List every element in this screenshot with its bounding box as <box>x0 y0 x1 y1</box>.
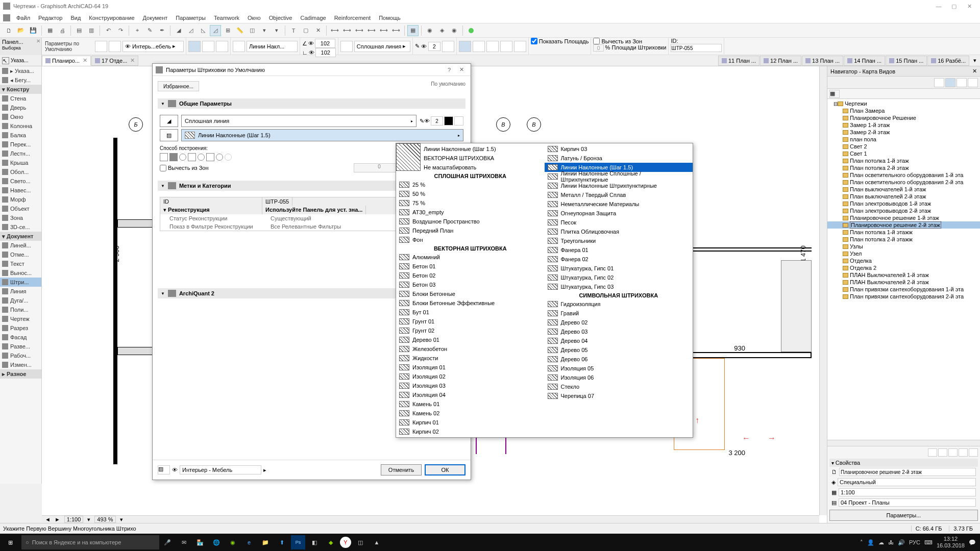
open-icon[interactable]: 📂 <box>15 25 27 36</box>
method-3[interactable] <box>179 154 186 161</box>
dd-item[interactable]: Передний План <box>396 226 545 235</box>
hatch-swatch[interactable]: ▨ <box>160 129 178 141</box>
dd-item[interactable]: Гравий <box>545 309 693 318</box>
tool-Штри...[interactable]: Штри... <box>0 278 41 287</box>
panel-close[interactable]: ✕ <box>36 38 40 44</box>
dd-item[interactable]: Железобетон <box>396 344 545 354</box>
dd-item[interactable]: Грунт 02 <box>396 326 545 335</box>
tree-item[interactable]: План осветительного оборудования 1-й эта <box>827 171 980 179</box>
guide-icon[interactable]: ◫ <box>247 25 258 36</box>
tool-Обол...[interactable]: Обол... <box>0 167 41 177</box>
undo-icon[interactable]: ↶ <box>103 25 114 36</box>
fill5[interactable] <box>514 41 526 52</box>
status-green-icon[interactable] <box>465 25 477 36</box>
dd-item[interactable]: Дерево 02 <box>545 318 693 327</box>
dd-item[interactable]: Линии Наклонные Сплошные / Штрихпунктирн… <box>545 172 693 181</box>
dd-item[interactable]: Дерево 04 <box>545 336 693 345</box>
hatch-swatch-1[interactable] <box>95 41 107 52</box>
params-button[interactable]: Параметры... <box>829 510 978 521</box>
menu-Cadimage[interactable]: Cadimage <box>296 15 330 21</box>
arrow-tool-icon[interactable]: ↖ <box>2 57 9 64</box>
nav-btn-2[interactable] <box>938 448 947 457</box>
method-4[interactable] <box>188 153 196 161</box>
hatch-dropdown[interactable]: Линии Наклонные (Шаг 1.5)ВЕКТОРНАЯ ШТРИХ… <box>396 143 693 438</box>
grid-icon[interactable]: ⊞ <box>222 25 233 36</box>
pen-icon[interactable]: ✒ <box>156 25 167 36</box>
dialog-close[interactable]: ✕ <box>455 66 468 73</box>
nav-btn-4[interactable] <box>959 448 968 457</box>
tool-Линия[interactable]: Линия <box>0 287 41 296</box>
method-2[interactable] <box>169 153 178 161</box>
dd-item[interactable]: Изоляция 01 <box>396 363 545 372</box>
tab-8[interactable]: 16 Разбё... <box>927 56 969 66</box>
nav-btn-3[interactable] <box>948 448 958 457</box>
dd-item[interactable]: Жидкости <box>396 354 545 363</box>
tool-Навес...[interactable]: Навес... <box>0 186 41 195</box>
layout2-icon[interactable]: ▥ <box>86 25 97 36</box>
tree-item[interactable]: План потолка 1-й этаж <box>827 157 980 164</box>
dd-item[interactable]: AT30_empty <box>396 208 545 217</box>
tray-keyboard-icon[interactable]: ⌨ <box>924 539 933 546</box>
dd-item[interactable]: Изоляция 03 <box>396 381 545 390</box>
app-icon-1[interactable]: ⬆ <box>275 535 289 549</box>
tree-item[interactable]: План привязки сантехоборудования 2-й эта <box>827 293 980 300</box>
tree-item[interactable]: ⊟ Чертежи <box>827 100 980 107</box>
quant3-icon[interactable]: ◉ <box>449 25 460 36</box>
id-input[interactable] <box>671 44 722 52</box>
dd-item[interactable]: Бут 01 <box>396 308 545 317</box>
scale-display[interactable]: 1:100 <box>64 516 84 523</box>
dd-item[interactable]: Бетон 03 <box>396 280 545 289</box>
dim3-icon[interactable]: ⟷ <box>354 25 365 36</box>
dim1-icon[interactable]: ⟷ <box>329 25 340 36</box>
tool-Поли...[interactable]: Поли... <box>0 305 41 314</box>
tab-5[interactable]: 13 План ... <box>802 56 843 66</box>
snap3-icon[interactable]: ◺ <box>198 25 209 36</box>
pen-input[interactable] <box>428 42 440 51</box>
tab-6[interactable]: 14 План ... <box>844 56 885 66</box>
line-swatch[interactable] <box>340 41 353 52</box>
tool-Колонна[interactable]: Колонна <box>0 121 41 131</box>
dd-item[interactable]: Дерево 01 <box>396 335 545 344</box>
menu-Параметры[interactable]: Параметры <box>172 15 210 21</box>
tree-item[interactable]: План выключателей 2-й этаж <box>827 193 980 200</box>
tree-item[interactable]: план пола <box>827 136 980 143</box>
app-icon-2[interactable]: ◧ <box>307 535 322 549</box>
method-1[interactable] <box>160 153 168 161</box>
app-menu-icon[interactable] <box>3 14 10 21</box>
tabs-menu-icon[interactable]: ▾ <box>970 57 980 64</box>
tree-item[interactable]: Отделка <box>827 257 980 264</box>
dd-item[interactable]: Кирпич 03 <box>545 144 693 154</box>
mode-btn-3[interactable] <box>216 41 228 52</box>
close-button[interactable]: ✕ <box>962 3 977 10</box>
tree-item[interactable]: План потолка 1-й этажж <box>827 229 980 236</box>
tree-item[interactable]: План Замера <box>827 107 980 114</box>
dialog-subtract[interactable]: Вычесть из Зон <box>160 165 209 171</box>
dd-item[interactable]: Кирпич 01 <box>396 418 545 427</box>
dd-item[interactable]: Камень 01 <box>396 399 545 409</box>
taskbar-search[interactable]: ○ Поиск в Яндексе и на компьютере <box>21 535 159 549</box>
quant2-icon[interactable]: ◈ <box>436 25 448 36</box>
store-icon[interactable]: 🏪 <box>193 535 207 549</box>
nav-btn-5[interactable] <box>969 448 978 457</box>
tree-item[interactable]: Планировочное Решение <box>827 114 980 121</box>
menu-Документ[interactable]: Документ <box>139 15 172 21</box>
dd-item[interactable]: 75 % <box>396 198 545 208</box>
section-general[interactable]: ▼Общие Параметры <box>158 98 465 109</box>
tool-◂ Бегу...[interactable]: ◂ Бегу... <box>0 76 41 85</box>
tool-Разве...[interactable]: Разве... <box>0 342 41 351</box>
method-8[interactable] <box>225 154 232 161</box>
dd-item[interactable]: Воздушное Пространство <box>396 217 545 226</box>
tool-Морф[interactable]: Морф <box>0 195 41 204</box>
pick-icon[interactable]: ⌖ <box>132 25 143 36</box>
dd-item[interactable]: Плитка Облицовочная <box>545 227 693 236</box>
drop2-icon[interactable]: ▾ <box>271 25 282 36</box>
nav-view-btn[interactable]: ▦ <box>829 90 840 98</box>
hatch-preview[interactable] <box>233 41 245 52</box>
dd-item[interactable]: Неметаллические Материалы <box>545 199 693 209</box>
line-combo[interactable]: Сплошная линия ▸ <box>354 41 410 52</box>
dd-item[interactable]: Бетон 01 <box>396 262 545 271</box>
dd-item[interactable]: Изоляция 04 <box>396 390 545 399</box>
menu-Teamwork[interactable]: Teamwork <box>210 15 243 21</box>
maximize-button[interactable]: ▢ <box>946 3 962 10</box>
tab-0[interactable]: Планиро...✕ <box>42 56 91 66</box>
